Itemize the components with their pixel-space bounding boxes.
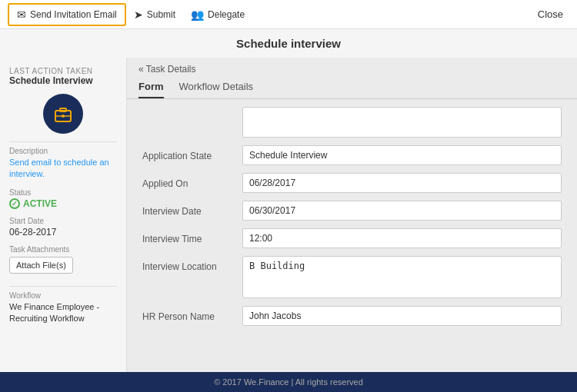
application-state-input[interactable] (242, 145, 562, 165)
hr-person-name-label: HR Person Name (142, 306, 242, 322)
submit-button[interactable]: ➤ Submit (126, 5, 183, 25)
interview-location-textarea[interactable]: B Building (242, 256, 562, 298)
hr-person-name-input[interactable] (242, 306, 562, 326)
workflow-value: We Finance Employee - Recruiting Workflo… (9, 301, 117, 325)
description-text: Send email to schedule an interview. (9, 157, 117, 181)
avatar (43, 94, 83, 134)
delegate-label: Delegate (208, 9, 245, 20)
send-invitation-button[interactable]: ✉ Send Invitation Email (8, 3, 126, 26)
briefcase-icon (52, 105, 74, 123)
attach-files-button[interactable]: Attach File(s) (9, 257, 73, 274)
svg-point-3 (62, 115, 65, 118)
footer: © 2017 We.Finance | All rights reserved (0, 372, 577, 392)
form-area: Application State Applied On Interview D… (127, 99, 577, 372)
status-value: ✓ ACTIVE (9, 198, 117, 209)
tabs-bar: Form Workflow Details (127, 75, 577, 99)
page-title: Schedule interview (0, 29, 577, 58)
form-row-application-state: Application State (142, 145, 562, 165)
interview-date-label: Interview Date (142, 201, 242, 217)
delegate-button[interactable]: 👥 Delegate (183, 5, 252, 25)
applied-on-label: Applied On (142, 173, 242, 189)
task-attachments-label: Task Attachments (9, 245, 117, 254)
description-label: Description (9, 147, 117, 155)
close-button[interactable]: Close (532, 5, 569, 24)
main-content: LAST ACTION TAKEN Schedule Interview Des… (0, 58, 577, 372)
applied-on-input[interactable] (242, 173, 562, 193)
last-action-value: Schedule Interview (9, 75, 117, 86)
status-icon: ✓ (9, 198, 20, 209)
form-row-interview-time: Interview Time (142, 228, 562, 248)
interview-location-label: Interview Location (142, 256, 242, 272)
submit-icon: ➤ (134, 8, 143, 21)
start-date-label: Start Date (9, 217, 117, 225)
right-panel: « Task Details Form Workflow Details App… (127, 58, 577, 372)
interview-date-input[interactable] (242, 201, 562, 221)
interview-time-input[interactable] (242, 228, 562, 248)
task-details-header: « Task Details (127, 58, 577, 75)
tab-workflow-details[interactable]: Workflow Details (179, 81, 254, 98)
application-state-label: Application State (142, 145, 242, 161)
form-row-interview-location: Interview Location B Building (142, 256, 562, 298)
delegate-icon: 👥 (191, 8, 204, 21)
task-details-back[interactable]: « Task Details (138, 64, 195, 75)
form-row-hr-person-name: HR Person Name (142, 306, 562, 326)
avatar-area (9, 94, 117, 134)
tab-form[interactable]: Form (138, 81, 164, 98)
form-label-empty (142, 107, 242, 112)
last-action-label: LAST ACTION TAKEN (9, 67, 117, 75)
submit-label: Submit (147, 9, 175, 20)
workflow-label: Workflow (9, 291, 117, 300)
top-textarea[interactable] (242, 107, 562, 138)
toolbar: ✉ Send Invitation Email ➤ Submit 👥 Deleg… (0, 0, 577, 29)
description-link[interactable]: interview (9, 169, 42, 178)
form-row-applied-on: Applied On (142, 173, 562, 193)
send-invitation-label: Send Invitation Email (30, 9, 117, 20)
interview-time-label: Interview Time (142, 228, 242, 244)
form-row-top-textarea (142, 107, 562, 138)
send-invitation-icon: ✉ (17, 8, 26, 21)
sidebar: LAST ACTION TAKEN Schedule Interview Des… (0, 58, 127, 372)
status-text: ACTIVE (23, 198, 57, 209)
form-row-interview-date: Interview Date (142, 201, 562, 221)
start-date-value: 06-28-2017 (9, 227, 117, 238)
status-label: Status (9, 188, 117, 197)
